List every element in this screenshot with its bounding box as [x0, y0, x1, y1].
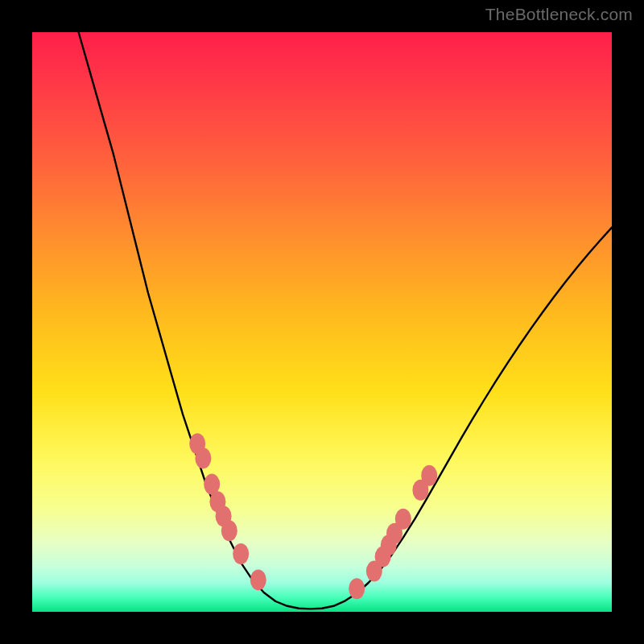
data-point-marker	[349, 578, 365, 599]
data-markers-left	[189, 433, 266, 590]
bottleneck-curve	[79, 32, 612, 609]
data-markers-right	[349, 465, 437, 599]
data-point-marker	[221, 520, 237, 541]
chart-svg	[32, 32, 612, 612]
data-point-marker	[250, 569, 266, 590]
data-point-marker	[395, 509, 411, 530]
data-point-marker	[421, 465, 437, 486]
data-point-marker	[195, 448, 211, 469]
chart-plot-area	[32, 32, 612, 612]
data-point-marker	[233, 543, 249, 564]
watermark-text: TheBottleneck.com	[485, 5, 633, 24]
